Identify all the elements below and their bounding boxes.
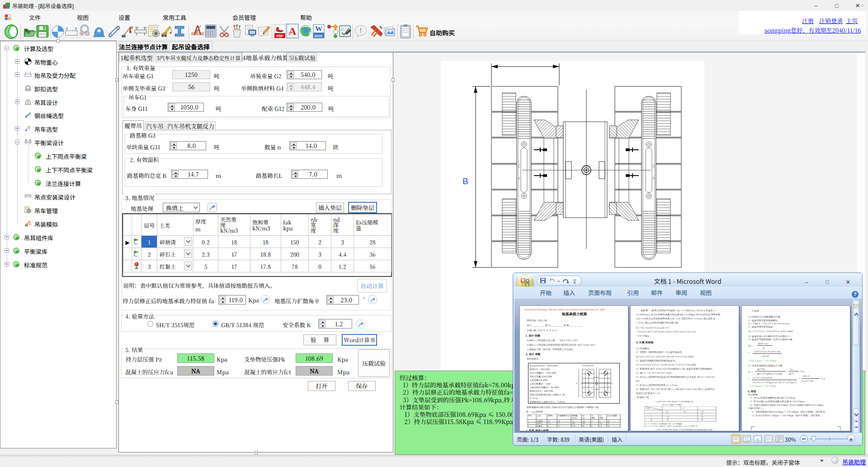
svg-text:PDF: PDF (277, 34, 283, 38)
svg-text:18: 18 (572, 420, 574, 422)
svg-text:17: 17 (558, 422, 560, 424)
svg-text:18: 18 (558, 420, 560, 422)
svg-text:3: 3 (651, 414, 651, 415)
svg-text:z/b: z/b (682, 407, 684, 409)
svg-text:B: B (462, 176, 468, 186)
svg-text:Es压 缩模量: Es压 缩模量 (608, 415, 617, 417)
svg-text:DOC: DOC (315, 34, 323, 38)
svg-text:0.50: 0.50 (683, 411, 686, 413)
svg-text:宽度: 宽度 (591, 417, 595, 419)
svg-text:!: ! (360, 27, 362, 34)
svg-text:红黏土: 红黏土 (537, 425, 542, 427)
svg-text:深度: 深度 (599, 417, 603, 419)
svg-text:28: 28 (608, 420, 609, 422)
svg-text:3: 3 (528, 425, 529, 427)
svg-text:10°: 10° (667, 416, 670, 418)
svg-text:A: A (288, 25, 297, 37)
svg-text:2: 2 (528, 422, 529, 424)
svg-text:0.2: 0.2 (548, 420, 550, 422)
svg-text:0: 0 (591, 425, 592, 427)
svg-text:200: 200 (582, 422, 585, 424)
svg-text:25°: 25° (701, 416, 704, 418)
svg-text:5: 5 (548, 425, 549, 427)
svg-text:18.8: 18.8 (572, 422, 575, 424)
svg-text:土类: 土类 (537, 415, 541, 417)
svg-text:厚度m: 厚度m (548, 415, 553, 417)
svg-text:L: L (588, 365, 589, 367)
svg-text:6°: 6° (667, 414, 669, 415)
svg-text:E?/E?: E?/E? (646, 408, 650, 410)
svg-text:1: 1 (528, 420, 529, 422)
svg-text:3: 3 (591, 422, 592, 424)
svg-text:层号: 层号 (528, 415, 532, 417)
svg-text:碎石土: 碎石土 (537, 422, 542, 424)
svg-text:1.2: 1.2 (599, 425, 602, 427)
svg-text:0.50: 0.50 (701, 411, 703, 413)
svg-text:W: W (315, 25, 322, 33)
svg-text:3: 3 (599, 420, 600, 422)
svg-text:kpa: kpa (582, 417, 585, 419)
svg-text:23°: 23° (701, 414, 704, 415)
svg-text:碎塘渣: 碎塘渣 (537, 420, 542, 422)
svg-text:kN/m3: kN/m3 (572, 417, 577, 419)
svg-text:2: 2 (591, 420, 592, 422)
svg-text:2.3: 2.3 (548, 422, 550, 424)
svg-text:4.4: 4.4 (599, 422, 602, 424)
svg-text:16: 16 (608, 425, 609, 427)
svg-text:B: B (576, 382, 577, 385)
svg-text:150: 150 (582, 420, 585, 422)
svg-text:17: 17 (558, 425, 560, 427)
svg-text:0.25: 0.25 (666, 411, 669, 413)
svg-text:天然重度kN/m3: 天然重度kN/m3 (558, 415, 570, 417)
svg-text:20°: 20° (667, 419, 670, 421)
svg-text:17.8: 17.8 (572, 425, 575, 427)
svg-text:10: 10 (651, 419, 652, 421)
svg-text:30°: 30° (701, 419, 704, 421)
svg-text:78: 78 (582, 425, 584, 427)
svg-text:36: 36 (608, 422, 609, 424)
svg-text:5: 5 (651, 416, 651, 418)
